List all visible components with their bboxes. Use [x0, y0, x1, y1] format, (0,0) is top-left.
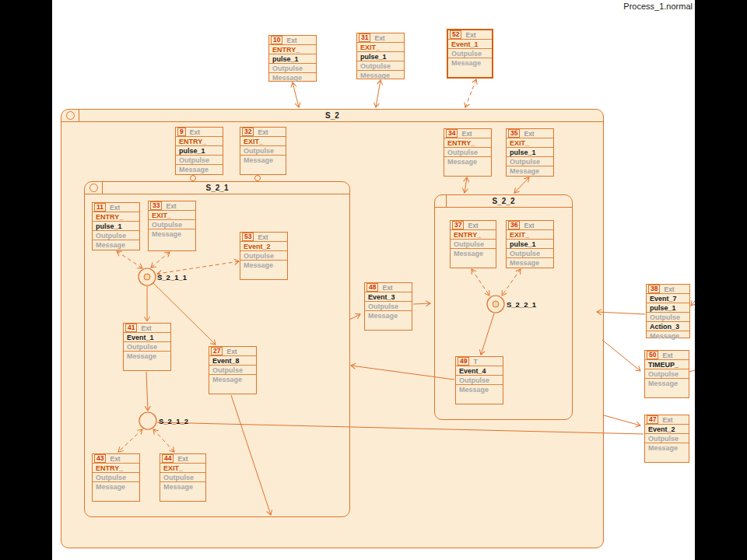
event-box-field[interactable]: Outpulse	[645, 369, 689, 379]
event-box-field[interactable]: Outpulse	[444, 148, 491, 157]
event-box-field[interactable]: EXIT_	[507, 138, 553, 148]
edge-S_2_2_1-to-49[interactable]	[481, 313, 494, 355]
event-box-32[interactable]: 32ExtEXIT_OutpulseMessage	[240, 127, 286, 175]
event-box-field[interactable]: Message	[647, 331, 689, 341]
event-box-field[interactable]: Event_2	[240, 242, 287, 251]
event-box-field[interactable]: Message	[507, 258, 553, 268]
event-box-field[interactable]: ENTRY_	[451, 230, 496, 240]
event-box-field[interactable]: Outpulse	[365, 302, 412, 311]
event-box-field[interactable]: Event_4	[456, 366, 503, 376]
edge-50-to-offscreen[interactable]	[689, 370, 695, 372]
event-box-field[interactable]: Message	[160, 482, 205, 492]
event-box-field[interactable]: EXIT_	[507, 230, 553, 240]
event-box-31[interactable]: 31ExtEXIT_pulse_1OutpulseMessage	[356, 33, 405, 79]
event-box-44[interactable]: 44ExtEXIT_OutpulseMessage	[160, 453, 206, 502]
event-box-field[interactable]: EXIT_	[149, 211, 195, 220]
event-box-field[interactable]: Outpulse	[507, 157, 553, 166]
event-box-field[interactable]: Message	[149, 229, 195, 239]
event-box-field[interactable]: Message	[209, 375, 256, 384]
event-box-field[interactable]: ENTRY_	[93, 464, 139, 473]
event-box-field[interactable]: Outpulse	[507, 249, 553, 258]
event-box-field[interactable]: Event_2	[645, 425, 689, 434]
event-box-field[interactable]: Outpulse	[176, 156, 223, 165]
event-box-38[interactable]: 38ExtEvent_7pulse_1OutpulseAction_3Messa…	[646, 284, 690, 338]
event-box-field[interactable]: Message	[507, 166, 553, 176]
edge-52-to-S_2[interactable]	[465, 79, 476, 107]
event-box-field[interactable]: Outpulse	[448, 49, 492, 58]
event-box-43[interactable]: 43ExtENTRY_OutpulseMessage	[92, 453, 140, 502]
event-box-48[interactable]: 48ExtEvent_3OutpulseMessage	[364, 282, 412, 331]
event-box-field[interactable]: pulse_1	[507, 240, 553, 249]
state-circle-S_2_1_1[interactable]	[139, 268, 156, 285]
event-box-field[interactable]: Event_1	[448, 40, 492, 49]
edge-11-to-S_2_1_1[interactable]	[117, 251, 142, 268]
event-box-field[interactable]: Message	[448, 58, 492, 68]
event-box-field[interactable]: Outpulse	[124, 342, 170, 352]
edge-38-to-S_2[interactable]	[597, 312, 645, 314]
event-box-field[interactable]: pulse_1	[93, 222, 139, 231]
edge-36-to-S_2_2_1[interactable]	[502, 269, 521, 296]
event-box-field[interactable]: EXIT_	[357, 43, 404, 52]
event-box-field[interactable]: ENTRY_	[176, 137, 223, 146]
event-box-52[interactable]: 52ExtEvent_1OutpulseMessage	[447, 29, 493, 79]
event-box-field[interactable]: Message	[93, 482, 139, 492]
event-box-field[interactable]: Outpulse	[647, 313, 689, 322]
event-box-field[interactable]: Event_8	[209, 356, 256, 366]
event-box-field[interactable]: pulse_1	[269, 54, 316, 64]
edge-S_2_1_2-to-43[interactable]	[118, 429, 142, 452]
event-box-field[interactable]: Event_7	[647, 294, 689, 303]
event-box-47[interactable]: 47ExtEvent_2OutpulseMessage	[644, 415, 689, 463]
event-box-field[interactable]: Message	[124, 352, 170, 361]
event-box-49[interactable]: 49TEvent_4OutpulseMessage	[455, 356, 503, 404]
edge-31-to-S_2[interactable]	[376, 80, 381, 107]
event-box-field[interactable]: Outpulse	[456, 376, 503, 385]
event-box-field[interactable]: Outpulse	[645, 434, 689, 443]
edge-27-to-S_2_1[interactable]	[231, 395, 271, 515]
event-box-field[interactable]: Outpulse	[451, 240, 496, 249]
event-box-field[interactable]: Outpulse	[240, 251, 287, 261]
event-box-field[interactable]: ENTRY_	[444, 138, 491, 148]
event-box-field[interactable]: Message	[365, 311, 412, 320]
event-box-field[interactable]: EXIT_	[160, 464, 205, 473]
event-box-field[interactable]: Outpulse	[160, 473, 205, 482]
event-box-field[interactable]: Message	[645, 443, 689, 453]
event-box-field[interactable]: pulse_1	[647, 303, 689, 313]
edge-35-to-S_2_2[interactable]	[514, 177, 529, 193]
event-box-field[interactable]: Message	[240, 261, 287, 270]
event-box-field[interactable]: Message	[93, 240, 139, 250]
edge-S_2_1_2-to-47[interactable]	[157, 422, 644, 434]
event-box-field[interactable]: Message	[451, 249, 496, 258]
edge-S_2_1-to-48[interactable]	[349, 314, 360, 320]
event-box-field[interactable]: pulse_1	[507, 148, 553, 157]
state-circle-S_2_2_1[interactable]	[487, 296, 504, 313]
event-box-9[interactable]: 9ExtENTRY_pulse_1OutpulseMessage	[175, 127, 223, 175]
event-box-34[interactable]: 34ExtENTRY_OutpulseMessage	[444, 128, 492, 177]
edge-10-to-S_2[interactable]	[293, 82, 299, 107]
event-box-field[interactable]: Outpulse	[357, 61, 404, 71]
edge-S_2_1_2-to-44[interactable]	[153, 429, 174, 452]
event-box-field[interactable]: Event_1	[124, 333, 170, 342]
edge-S_2-to-47[interactable]	[604, 415, 640, 425]
edge-34-to-S_2_2[interactable]	[465, 177, 467, 193]
edge-S_2-to-50[interactable]	[602, 340, 640, 371]
event-box-33[interactable]: 33ExtEXIT_OutpulseMessage	[148, 201, 196, 251]
event-box-36[interactable]: 36ExtEXIT_pulse_1OutpulseMessage	[506, 220, 554, 268]
event-box-10[interactable]: 10ExtENTRY_pulse_1OutpulseMessage	[268, 35, 317, 82]
event-box-field[interactable]: Outpulse	[240, 146, 286, 156]
event-box-field[interactable]: Message	[645, 379, 689, 388]
event-box-field[interactable]: ENTRY_	[269, 45, 316, 54]
event-box-27[interactable]: 27ExtEvent_8OutpulseMessage	[209, 346, 257, 394]
edge-33-to-S_2_1_1[interactable]	[151, 252, 170, 268]
event-box-field[interactable]: Outpulse	[93, 473, 139, 482]
event-box-field[interactable]: Message	[444, 157, 491, 166]
edge-53-to-S_2_1_1[interactable]	[157, 261, 239, 274]
event-box-field[interactable]: pulse_1	[357, 52, 404, 61]
event-box-field[interactable]: Action_3	[647, 322, 689, 331]
event-box-11[interactable]: 11ExtENTRY_pulse_1OutpulseMessage	[92, 202, 140, 250]
event-box-field[interactable]: Outpulse	[93, 231, 139, 240]
event-box-field[interactable]: Message	[176, 165, 223, 174]
event-box-53[interactable]: 53ExtEvent_2OutpulseMessage	[240, 232, 288, 280]
event-box-field[interactable]: Message	[269, 73, 316, 82]
event-box-field[interactable]: Message	[357, 71, 404, 80]
event-box-35[interactable]: 35ExtEXIT_pulse_1OutpulseMessage	[506, 128, 554, 177]
